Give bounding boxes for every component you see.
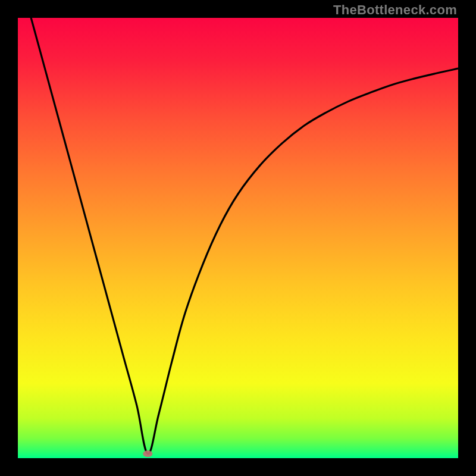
curve-layer	[18, 18, 458, 458]
plot-area	[18, 18, 458, 458]
bottleneck-curve	[31, 18, 458, 454]
attribution-label: TheBottleneck.com	[333, 2, 457, 18]
optimal-point-marker	[143, 450, 152, 457]
chart-frame: TheBottleneck.com	[0, 0, 476, 476]
